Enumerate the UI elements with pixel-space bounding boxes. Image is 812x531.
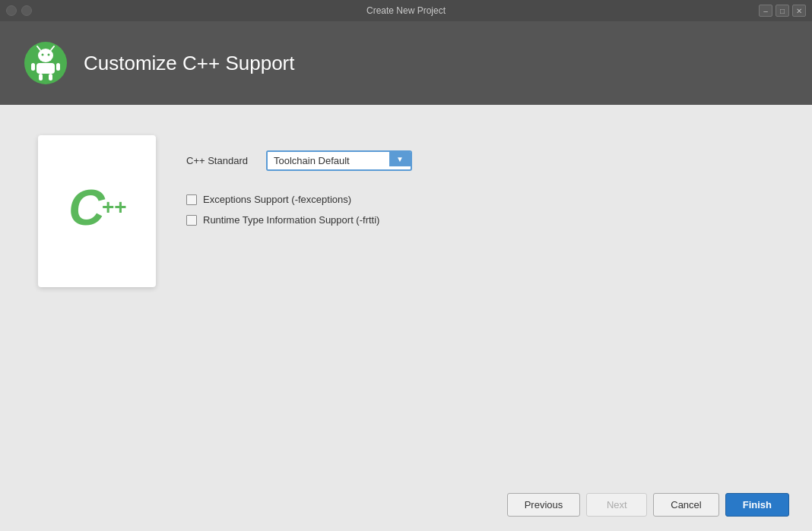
rtti-support-checkbox[interactable] bbox=[186, 215, 197, 226]
svg-rect-10 bbox=[49, 74, 52, 81]
svg-rect-7 bbox=[31, 63, 35, 71]
svg-rect-8 bbox=[56, 63, 60, 71]
exceptions-support-label: Exceptions Support (-fexceptions) bbox=[203, 194, 351, 205]
android-logo bbox=[23, 40, 68, 86]
svg-point-4 bbox=[42, 54, 44, 56]
cpp-card: C ++ bbox=[38, 135, 156, 287]
exceptions-support-row[interactable]: Exceptions Support (-fexceptions) bbox=[186, 194, 412, 205]
title-bar-btn-1[interactable] bbox=[6, 5, 17, 16]
right-panel: C++ Standard Toolchain Default C++11 C++… bbox=[186, 135, 412, 463]
window-title: Create New Project bbox=[366, 5, 446, 16]
next-button[interactable]: Next bbox=[586, 493, 647, 517]
cpp-standard-select-wrapper[interactable]: Toolchain Default C++11 C++14 C++17 C++2… bbox=[266, 150, 412, 171]
content-area: C ++ C++ Standard Toolchain Default C++1… bbox=[38, 135, 774, 463]
title-bar-btn-2[interactable] bbox=[21, 5, 32, 16]
svg-point-5 bbox=[48, 54, 50, 56]
cpp-standard-row: C++ Standard Toolchain Default C++11 C++… bbox=[186, 150, 412, 171]
cancel-button[interactable]: Cancel bbox=[653, 493, 718, 517]
title-bar-left bbox=[6, 5, 32, 16]
svg-rect-9 bbox=[39, 74, 43, 81]
svg-rect-6 bbox=[36, 63, 55, 74]
rtti-support-label: Runtime Type Information Support (-frtti… bbox=[203, 214, 379, 226]
bottom-bar: Previous Next Cancel Finish bbox=[0, 478, 812, 531]
previous-button[interactable]: Previous bbox=[507, 493, 581, 517]
svg-text:++: ++ bbox=[102, 195, 127, 219]
title-bar-controls: – □ ✕ bbox=[759, 5, 806, 17]
checkboxes-area: Exceptions Support (-fexceptions) Runtim… bbox=[186, 194, 412, 226]
title-bar: Create New Project – □ ✕ bbox=[0, 0, 812, 21]
page-title: Customize C++ Support bbox=[84, 52, 294, 75]
restore-btn[interactable]: □ bbox=[776, 5, 789, 17]
minimize-btn[interactable]: – bbox=[759, 5, 772, 17]
finish-button[interactable]: Finish bbox=[725, 493, 789, 517]
cpp-logo-icon: C ++ bbox=[67, 181, 128, 242]
cpp-standard-label: C++ Standard bbox=[186, 155, 255, 166]
exceptions-support-checkbox[interactable] bbox=[186, 194, 197, 205]
page-header: Customize C++ Support bbox=[0, 21, 812, 105]
select-arrow-icon[interactable]: ▼ bbox=[389, 152, 411, 166]
cpp-standard-select[interactable]: Toolchain Default C++11 C++14 C++17 C++2… bbox=[268, 152, 389, 169]
svg-text:C: C bbox=[68, 181, 106, 235]
close-btn[interactable]: ✕ bbox=[792, 5, 806, 17]
rtti-support-row[interactable]: Runtime Type Information Support (-frtti… bbox=[186, 214, 412, 226]
main-content: C ++ C++ Standard Toolchain Default C++1… bbox=[0, 105, 812, 478]
